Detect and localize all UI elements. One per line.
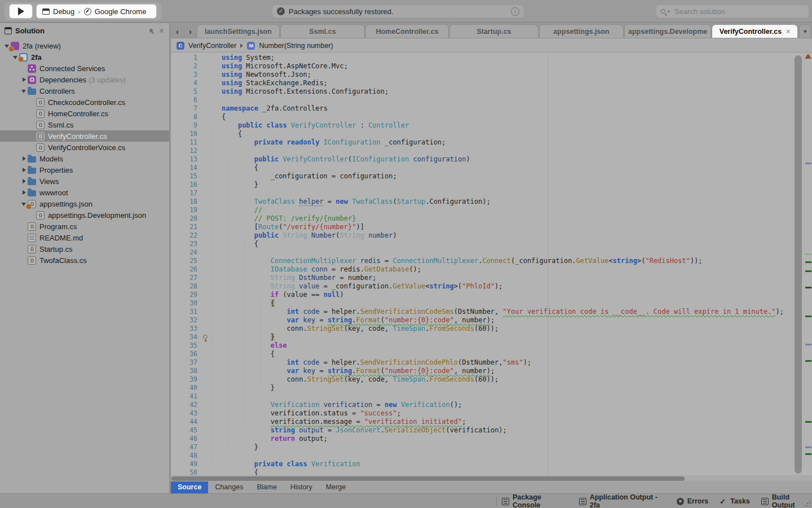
code-line[interactable]: 5using Microsoft.Extensions.Configuratio…: [171, 87, 784, 96]
line-number[interactable]: 44: [171, 418, 197, 426]
search-box[interactable]: ▾: [656, 5, 809, 18]
line-number[interactable]: 23: [171, 240, 197, 248]
code-line[interactable]: 21 [Route("/verify/{number}")]: [171, 223, 784, 231]
line-number[interactable]: 25: [171, 257, 197, 265]
view-tab-blame[interactable]: Blame: [250, 481, 283, 493]
view-tab-changes[interactable]: Changes: [208, 481, 250, 493]
tree-item-wwwroot[interactable]: wwwroot: [0, 187, 169, 198]
line-number[interactable]: 28: [171, 282, 197, 291]
code-line[interactable]: 24: [171, 248, 784, 257]
nav-forward-button[interactable]: ›: [184, 25, 197, 38]
code-line[interactable]: 34 }: [171, 333, 784, 341]
tree-item-checkcodecontroller-cs[interactable]: CheckcodeController.cs: [0, 97, 169, 108]
line-number[interactable]: 38: [171, 367, 197, 375]
line-number[interactable]: 19: [171, 206, 197, 214]
line-number[interactable]: 30: [171, 299, 197, 308]
line-number[interactable]: 9: [171, 121, 197, 130]
expander-closed-icon[interactable]: [20, 155, 28, 163]
code-line[interactable]: 35 else: [171, 341, 784, 350]
code-line[interactable]: 20 // POST: /verify/{number}: [171, 214, 784, 223]
code-line[interactable]: 31 int code = helper.SendVerificationCod…: [171, 308, 784, 316]
tab-launchsettings-json[interactable]: launchSettings.json: [197, 24, 280, 38]
tree-item-properties[interactable]: Properties: [0, 164, 169, 176]
line-number[interactable]: 36: [171, 350, 197, 358]
code-line[interactable]: 14 {: [171, 164, 784, 172]
line-number[interactable]: 10: [171, 130, 197, 138]
pad-package-console[interactable]: Package Console: [502, 493, 568, 508]
code-line[interactable]: 44 verification.message = "verification …: [171, 418, 784, 426]
line-number[interactable]: 49: [171, 460, 197, 468]
upload-arrow-icon[interactable]: ↑: [511, 7, 519, 16]
tree-item-2fa[interactable]: 2fa: [0, 51, 169, 63]
code-line[interactable]: 46 return output;: [171, 435, 784, 443]
resize-grip-icon[interactable]: [803, 499, 811, 507]
code-line[interactable]: 49 private class Verification: [171, 460, 784, 468]
tree-item-ssml-cs[interactable]: Ssml.cs: [0, 119, 169, 130]
code-line[interactable]: 22 public String Number(String number): [171, 231, 784, 240]
search-scope-chevron-icon[interactable]: ▾: [668, 9, 670, 14]
close-icon[interactable]: ✕: [158, 28, 165, 34]
code-line[interactable]: 25 ConnectionMultiplexer redis = Connect…: [171, 257, 784, 265]
code-line[interactable]: 15 _configuration = configuration;: [171, 172, 784, 181]
line-number[interactable]: 32: [171, 316, 197, 325]
pad-tasks[interactable]: ✓Tasks: [720, 497, 750, 505]
tree-item-views[interactable]: Views: [0, 176, 169, 187]
code-line[interactable]: 30 {: [171, 299, 784, 308]
tree-item-twofaclass-cs[interactable]: TwofaClass.cs: [0, 255, 169, 266]
code-editor[interactable]: 1using System;2using Microsoft.AspNetCor…: [171, 52, 812, 475]
code-line[interactable]: 17: [171, 189, 784, 198]
line-number[interactable]: 22: [171, 231, 197, 240]
code-line[interactable]: 29 if (value == null): [171, 291, 784, 299]
expander-closed-icon[interactable]: [20, 189, 28, 196]
vertical-scrollbar[interactable]: [795, 55, 802, 474]
code-line[interactable]: 26 IDatabase conn = redis.GetDatabase();: [171, 265, 784, 274]
line-number[interactable]: 6: [171, 96, 197, 104]
line-number[interactable]: 43: [171, 409, 197, 418]
code-line[interactable]: 23 {: [171, 240, 784, 248]
code-line[interactable]: 37 int code = helper.SendVerificationCod…: [171, 358, 784, 367]
line-number[interactable]: 11: [171, 138, 197, 147]
line-number[interactable]: 26: [171, 265, 197, 274]
tree-item-models[interactable]: Models: [0, 153, 169, 164]
line-number[interactable]: 40: [171, 384, 197, 392]
code-line[interactable]: 40 }: [171, 384, 784, 392]
tab-appsettings-json[interactable]: appsettings.json: [539, 24, 624, 38]
pin-icon[interactable]: [148, 28, 155, 34]
code-line[interactable]: 19 //: [171, 206, 784, 214]
expander-closed-icon[interactable]: [20, 76, 28, 84]
line-number[interactable]: 34: [171, 333, 197, 341]
line-number[interactable]: 41: [171, 392, 197, 401]
code-line[interactable]: 18 TwofaClass helper = new TwofaClass(St…: [171, 198, 784, 206]
code-line[interactable]: 43 verification.status = "success";: [171, 409, 784, 418]
code-line[interactable]: 4using StackExchange.Redis;: [171, 79, 784, 87]
code-line[interactable]: 48: [171, 452, 784, 460]
run-button[interactable]: [9, 4, 33, 19]
code-line[interactable]: 39 conn.StringSet(key, code, TimeSpan.Fr…: [171, 375, 784, 384]
code-line[interactable]: 45 string output = JsonConvert.Serialize…: [171, 426, 784, 435]
line-number[interactable]: 13: [171, 155, 197, 164]
line-number[interactable]: 12: [171, 147, 197, 155]
view-tab-history[interactable]: History: [284, 481, 319, 493]
line-number[interactable]: 18: [171, 198, 197, 206]
horizontal-scrollbar-thumb[interactable]: [171, 476, 685, 481]
breadcrumb-member[interactable]: Number(String number): [259, 42, 333, 50]
line-number[interactable]: 4: [171, 79, 197, 87]
code-line[interactable]: 33 conn.StringSet(key, code, TimeSpan.Fr…: [171, 325, 784, 333]
code-line[interactable]: 16 }: [171, 181, 784, 189]
line-number[interactable]: 7: [171, 104, 197, 113]
line-number[interactable]: 50: [171, 468, 197, 475]
code-line[interactable]: 13 public VerifyController(IConfiguratio…: [171, 155, 784, 164]
tree-item-2fa-review-[interactable]: 2fa (review): [0, 40, 169, 51]
nav-back-button[interactable]: ‹: [171, 25, 184, 38]
view-tab-merge[interactable]: Merge: [319, 481, 352, 493]
line-number[interactable]: 2: [171, 62, 197, 71]
code-line[interactable]: 28 String value = _configuration.GetValu…: [171, 282, 784, 291]
tab-appsettings-development-json[interactable]: appsettings.Development.json: [624, 24, 711, 38]
tree-item-program-cs[interactable]: Program.cs: [0, 221, 169, 232]
expander-closed-icon[interactable]: [20, 167, 28, 174]
line-number[interactable]: 20: [171, 214, 197, 223]
view-tab-source[interactable]: Source: [171, 481, 208, 493]
code-line[interactable]: 42 Verification verification = new Verif…: [171, 401, 784, 409]
tree-item-homecontroller-cs[interactable]: HomeController.cs: [0, 108, 169, 119]
line-number[interactable]: 14: [171, 164, 197, 172]
